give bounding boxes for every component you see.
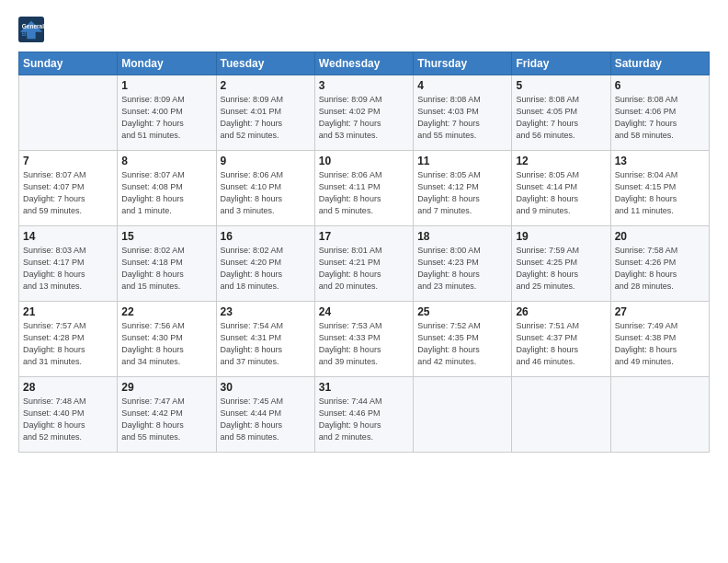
- calendar-cell: 11Sunrise: 8:05 AM Sunset: 4:12 PM Dayli…: [414, 151, 512, 226]
- day-info: Sunrise: 7:47 AM Sunset: 4:42 PM Dayligh…: [121, 396, 211, 443]
- header-sunday: Sunday: [19, 52, 118, 75]
- calendar-cell: [610, 377, 709, 453]
- week-row-2: 7Sunrise: 8:07 AM Sunset: 4:07 PM Daylig…: [19, 151, 710, 226]
- calendar-cell: 27Sunrise: 7:49 AM Sunset: 4:38 PM Dayli…: [610, 302, 709, 377]
- day-info: Sunrise: 8:02 AM Sunset: 4:18 PM Dayligh…: [121, 245, 211, 293]
- day-info: Sunrise: 8:07 AM Sunset: 4:07 PM Dayligh…: [23, 169, 113, 217]
- day-info: Sunrise: 7:58 AM Sunset: 4:26 PM Dayligh…: [615, 245, 705, 293]
- calendar-cell: 23Sunrise: 7:54 AM Sunset: 4:31 PM Dayli…: [216, 302, 314, 377]
- day-info: Sunrise: 7:51 AM Sunset: 4:37 PM Dayligh…: [516, 320, 606, 368]
- day-info: Sunrise: 8:09 AM Sunset: 4:01 PM Dayligh…: [221, 94, 311, 142]
- day-info: Sunrise: 8:00 AM Sunset: 4:23 PM Dayligh…: [417, 245, 507, 293]
- calendar-cell: 22Sunrise: 7:56 AM Sunset: 4:30 PM Dayli…: [118, 302, 216, 377]
- calendar-table: SundayMondayTuesdayWednesdayThursdayFrid…: [18, 52, 710, 453]
- calendar-cell: 13Sunrise: 8:04 AM Sunset: 4:15 PM Dayli…: [610, 151, 709, 226]
- calendar-cell: 25Sunrise: 7:52 AM Sunset: 4:35 PM Dayli…: [414, 302, 512, 377]
- day-number: 10: [319, 155, 409, 167]
- day-info: Sunrise: 8:07 AM Sunset: 4:08 PM Dayligh…: [121, 169, 211, 217]
- day-info: Sunrise: 8:06 AM Sunset: 4:11 PM Dayligh…: [319, 169, 409, 217]
- calendar-cell: 16Sunrise: 8:02 AM Sunset: 4:20 PM Dayli…: [216, 226, 314, 302]
- day-number: 23: [221, 305, 311, 318]
- calendar-header: SundayMondayTuesdayWednesdayThursdayFrid…: [19, 52, 710, 75]
- day-number: 1: [121, 79, 211, 92]
- day-info: Sunrise: 8:09 AM Sunset: 4:02 PM Dayligh…: [319, 94, 409, 142]
- week-row-5: 28Sunrise: 7:48 AM Sunset: 4:40 PM Dayli…: [19, 377, 710, 453]
- calendar-cell: 9Sunrise: 8:06 AM Sunset: 4:10 PM Daylig…: [216, 151, 314, 226]
- day-number: 12: [516, 155, 606, 167]
- calendar-cell: 3Sunrise: 8:09 AM Sunset: 4:02 PM Daylig…: [314, 75, 413, 151]
- week-row-1: 1Sunrise: 8:09 AM Sunset: 4:00 PM Daylig…: [19, 75, 710, 151]
- day-number: 24: [319, 305, 409, 318]
- day-info: Sunrise: 8:06 AM Sunset: 4:10 PM Dayligh…: [221, 169, 311, 217]
- day-number: 25: [417, 305, 507, 318]
- day-number: 8: [121, 155, 211, 167]
- day-info: Sunrise: 8:09 AM Sunset: 4:00 PM Dayligh…: [121, 94, 211, 142]
- calendar-cell: 6Sunrise: 8:08 AM Sunset: 4:06 PM Daylig…: [610, 75, 709, 151]
- day-info: Sunrise: 7:48 AM Sunset: 4:40 PM Dayligh…: [23, 396, 113, 443]
- day-info: Sunrise: 7:45 AM Sunset: 4:44 PM Dayligh…: [221, 396, 311, 443]
- calendar-cell: 7Sunrise: 8:07 AM Sunset: 4:07 PM Daylig…: [19, 151, 118, 226]
- day-number: 17: [319, 230, 409, 243]
- calendar-cell: 24Sunrise: 7:53 AM Sunset: 4:33 PM Dayli…: [314, 302, 413, 377]
- week-row-4: 21Sunrise: 7:57 AM Sunset: 4:28 PM Dayli…: [19, 302, 710, 377]
- calendar-cell: 31Sunrise: 7:44 AM Sunset: 4:46 PM Dayli…: [314, 377, 413, 453]
- day-number: 9: [221, 155, 311, 167]
- header-wednesday: Wednesday: [314, 52, 413, 75]
- day-number: 22: [121, 305, 211, 318]
- calendar-cell: 26Sunrise: 7:51 AM Sunset: 4:37 PM Dayli…: [512, 302, 610, 377]
- page: General Blue SundayMondayTuesdayWednesda…: [0, 0, 728, 563]
- day-info: Sunrise: 8:08 AM Sunset: 4:05 PM Dayligh…: [516, 94, 606, 142]
- day-info: Sunrise: 8:02 AM Sunset: 4:20 PM Dayligh…: [221, 245, 311, 293]
- day-info: Sunrise: 7:49 AM Sunset: 4:38 PM Dayligh…: [615, 320, 705, 368]
- day-info: Sunrise: 7:57 AM Sunset: 4:28 PM Dayligh…: [23, 320, 113, 368]
- header-monday: Monday: [118, 52, 216, 75]
- day-number: 4: [417, 79, 507, 92]
- header-tuesday: Tuesday: [216, 52, 314, 75]
- day-number: 7: [23, 155, 113, 167]
- calendar-cell: 5Sunrise: 8:08 AM Sunset: 4:05 PM Daylig…: [512, 75, 610, 151]
- day-number: 30: [221, 381, 311, 394]
- header-friday: Friday: [512, 52, 610, 75]
- day-number: 14: [23, 230, 113, 243]
- calendar-cell: 8Sunrise: 8:07 AM Sunset: 4:08 PM Daylig…: [118, 151, 216, 226]
- header-thursday: Thursday: [414, 52, 512, 75]
- day-info: Sunrise: 8:05 AM Sunset: 4:14 PM Dayligh…: [516, 169, 606, 217]
- day-number: 29: [121, 381, 211, 394]
- day-number: 5: [516, 79, 606, 92]
- calendar-cell: 30Sunrise: 7:45 AM Sunset: 4:44 PM Dayli…: [216, 377, 314, 453]
- day-number: 2: [221, 79, 311, 92]
- day-number: 26: [516, 305, 606, 318]
- day-number: 19: [516, 230, 606, 243]
- day-number: 13: [615, 155, 705, 167]
- header: General Blue: [18, 17, 710, 42]
- calendar-cell: 28Sunrise: 7:48 AM Sunset: 4:40 PM Dayli…: [19, 377, 118, 453]
- day-info: Sunrise: 7:54 AM Sunset: 4:31 PM Dayligh…: [221, 320, 311, 368]
- day-info: Sunrise: 8:04 AM Sunset: 4:15 PM Dayligh…: [615, 169, 705, 217]
- calendar-cell: 12Sunrise: 8:05 AM Sunset: 4:14 PM Dayli…: [512, 151, 610, 226]
- day-info: Sunrise: 7:53 AM Sunset: 4:33 PM Dayligh…: [319, 320, 409, 368]
- day-info: Sunrise: 7:52 AM Sunset: 4:35 PM Dayligh…: [417, 320, 507, 368]
- day-number: 6: [615, 79, 705, 92]
- calendar-cell: 18Sunrise: 8:00 AM Sunset: 4:23 PM Dayli…: [414, 226, 512, 302]
- calendar-cell: 2Sunrise: 8:09 AM Sunset: 4:01 PM Daylig…: [216, 75, 314, 151]
- day-info: Sunrise: 7:56 AM Sunset: 4:30 PM Dayligh…: [121, 320, 211, 368]
- svg-text:Blue: Blue: [22, 30, 35, 37]
- header-row: SundayMondayTuesdayWednesdayThursdayFrid…: [19, 52, 710, 75]
- calendar-cell: 20Sunrise: 7:58 AM Sunset: 4:26 PM Dayli…: [610, 226, 709, 302]
- day-number: 31: [319, 381, 409, 394]
- day-info: Sunrise: 8:08 AM Sunset: 4:03 PM Dayligh…: [417, 94, 507, 142]
- day-number: 28: [23, 381, 113, 394]
- day-info: Sunrise: 8:03 AM Sunset: 4:17 PM Dayligh…: [23, 245, 113, 293]
- header-saturday: Saturday: [610, 52, 709, 75]
- day-number: 16: [221, 230, 311, 243]
- calendar-cell: 29Sunrise: 7:47 AM Sunset: 4:42 PM Dayli…: [118, 377, 216, 453]
- logo-icon: General Blue: [18, 17, 44, 42]
- calendar-cell: [512, 377, 610, 453]
- day-info: Sunrise: 7:44 AM Sunset: 4:46 PM Dayligh…: [319, 396, 409, 443]
- calendar-body: 1Sunrise: 8:09 AM Sunset: 4:00 PM Daylig…: [19, 75, 710, 453]
- calendar-cell: 15Sunrise: 8:02 AM Sunset: 4:18 PM Dayli…: [118, 226, 216, 302]
- logo: General Blue: [18, 17, 48, 42]
- calendar-cell: 14Sunrise: 8:03 AM Sunset: 4:17 PM Dayli…: [19, 226, 118, 302]
- svg-text:General: General: [22, 23, 44, 29]
- day-number: 3: [319, 79, 409, 92]
